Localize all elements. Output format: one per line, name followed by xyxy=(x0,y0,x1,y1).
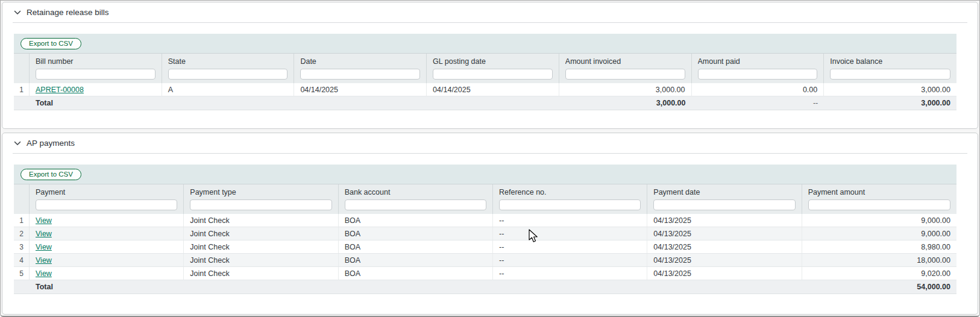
table-row: 1APRET-00008A04/14/202504/14/20253,000.0… xyxy=(14,83,956,96)
total-cell-state xyxy=(162,96,295,110)
section-ap-payments: AP payments Export to CSV PaymentPayment… xyxy=(2,133,978,315)
date-filter-input[interactable] xyxy=(300,69,420,80)
total-cell-date xyxy=(294,96,427,110)
column-label: Reference no. xyxy=(499,188,641,196)
chevron-down-icon[interactable] xyxy=(14,10,21,15)
column-header-payment-type: Payment type xyxy=(184,184,338,214)
cell-bank-account: BOA xyxy=(339,267,493,280)
cell-payment-date: 04/13/2025 xyxy=(647,254,802,266)
cell-payment-amount: 9,000.00 xyxy=(802,227,956,240)
cell-payment-date: 04/13/2025 xyxy=(647,240,802,253)
cell-payment: View xyxy=(30,254,184,266)
column-label: Amount invoiced xyxy=(565,57,685,66)
cell-payment-type: Joint Check xyxy=(184,254,338,266)
payment-amount-filter-input[interactable] xyxy=(808,199,950,210)
total-row: Total3,000.00--3,000.00 xyxy=(14,96,956,110)
table-container: Export to CSV PaymentPayment typeBank ac… xyxy=(14,165,956,294)
row-number xyxy=(14,280,30,293)
column-header-bill-number: Bill number xyxy=(30,54,162,83)
column-header-state: State xyxy=(162,54,295,83)
column-label: Amount paid xyxy=(698,57,818,66)
column-label: Date xyxy=(300,57,420,66)
row-number: 3 xyxy=(14,240,30,253)
payment-filter-input[interactable] xyxy=(36,199,177,210)
total-cell-amount-paid: -- xyxy=(692,96,825,110)
cell-reference-no: -- xyxy=(493,267,647,280)
view-payment-link[interactable]: View xyxy=(36,269,52,278)
cell-payment: View xyxy=(30,227,184,240)
cell-payment-amount: 18,000.00 xyxy=(802,254,956,266)
view-payment-link[interactable]: View xyxy=(36,216,52,225)
table-header-row: PaymentPayment typeBank accountReference… xyxy=(14,184,956,214)
total-cell-reference-no xyxy=(493,280,647,293)
column-label: Payment amount xyxy=(808,188,950,196)
table-row: 2ViewJoint CheckBOA--04/13/20259,000.00 xyxy=(14,227,956,240)
cell-payment: View xyxy=(30,214,184,227)
total-cell-payment-type xyxy=(184,280,338,293)
cell-payment-date: 04/13/2025 xyxy=(647,214,802,227)
gl-posting-date-filter-input[interactable] xyxy=(433,69,553,80)
column-header-gl-posting-date: GL posting date xyxy=(427,54,559,83)
row-number: 5 xyxy=(14,267,30,280)
cell-bank-account: BOA xyxy=(339,214,493,227)
column-label: Bill number xyxy=(36,57,155,66)
column-header-amount-paid: Amount paid xyxy=(692,54,825,83)
cell-reference-no: -- xyxy=(493,254,647,266)
cell-date: 04/14/2025 xyxy=(294,83,427,96)
payment-type-filter-input[interactable] xyxy=(190,199,331,210)
cell-payment-type: Joint Check xyxy=(184,240,338,253)
cell-reference-no: -- xyxy=(493,227,647,240)
column-header-amount-invoiced: Amount invoiced xyxy=(559,54,692,83)
chevron-down-icon[interactable] xyxy=(14,141,21,146)
total-cell-payment-amount: 54,000.00 xyxy=(802,280,956,293)
table-row: 1ViewJoint CheckBOA--04/13/20259,000.00 xyxy=(14,214,956,227)
cell-payment-amount: 9,020.00 xyxy=(802,267,956,280)
total-cell-gl-posting-date xyxy=(427,96,559,110)
row-number-header-cell xyxy=(14,184,30,214)
table-row: 4ViewJoint CheckBOA--04/13/202518,000.00 xyxy=(14,254,956,267)
amount-invoiced-filter-input[interactable] xyxy=(565,69,685,80)
column-header-payment-amount: Payment amount xyxy=(802,184,956,214)
invoice-balance-filter-input[interactable] xyxy=(830,69,950,80)
column-label: Invoice balance xyxy=(830,57,950,66)
row-number: 2 xyxy=(14,227,30,240)
row-number: 4 xyxy=(14,254,30,266)
cell-reference-no: -- xyxy=(493,240,647,253)
view-payment-link[interactable]: View xyxy=(36,230,52,238)
cell-state: A xyxy=(162,83,295,96)
column-header-reference-no: Reference no. xyxy=(493,184,647,214)
column-header-date: Date xyxy=(294,54,427,83)
total-row: Total54,000.00 xyxy=(14,280,956,294)
total-cell-bill-number: Total xyxy=(30,96,162,110)
cell-payment-amount: 9,000.00 xyxy=(802,214,956,227)
reference-no-filter-input[interactable] xyxy=(499,199,641,210)
column-label: Payment date xyxy=(653,188,795,196)
row-number: 1 xyxy=(14,83,30,96)
export-csv-button[interactable]: Export to CSV xyxy=(20,169,81,180)
payment-date-filter-input[interactable] xyxy=(653,199,795,210)
state-filter-input[interactable] xyxy=(168,69,288,80)
column-label: State xyxy=(168,57,288,66)
section-title: AP payments xyxy=(27,139,75,148)
column-header-payment: Payment xyxy=(30,184,184,214)
export-csv-button[interactable]: Export to CSV xyxy=(20,38,81,49)
total-cell-amount-invoiced: 3,000.00 xyxy=(559,96,692,110)
table-header-row: Bill numberStateDateGL posting dateAmoun… xyxy=(14,53,956,83)
section-retainage-release-bills: Retainage release bills Export to CSV Bi… xyxy=(2,2,978,129)
amount-paid-filter-input[interactable] xyxy=(698,69,818,80)
cell-payment-date: 04/13/2025 xyxy=(647,267,802,280)
bill-number-filter-input[interactable] xyxy=(36,69,155,80)
cell-gl-posting-date: 04/14/2025 xyxy=(427,83,559,96)
cell-payment-type: Joint Check xyxy=(184,214,338,227)
bank-account-filter-input[interactable] xyxy=(345,199,486,210)
bill-number-link[interactable]: APRET-00008 xyxy=(36,86,84,94)
total-cell-invoice-balance: 3,000.00 xyxy=(824,96,956,110)
view-payment-link[interactable]: View xyxy=(36,243,52,251)
view-payment-link[interactable]: View xyxy=(36,256,52,265)
column-label: Bank account xyxy=(345,188,486,196)
cell-payment-type: Joint Check xyxy=(184,267,338,280)
cell-payment-date: 04/13/2025 xyxy=(647,227,802,240)
page-frame: Retainage release bills Export to CSV Bi… xyxy=(0,0,980,317)
column-label: GL posting date xyxy=(433,57,553,66)
cell-reference-no: -- xyxy=(493,214,647,227)
